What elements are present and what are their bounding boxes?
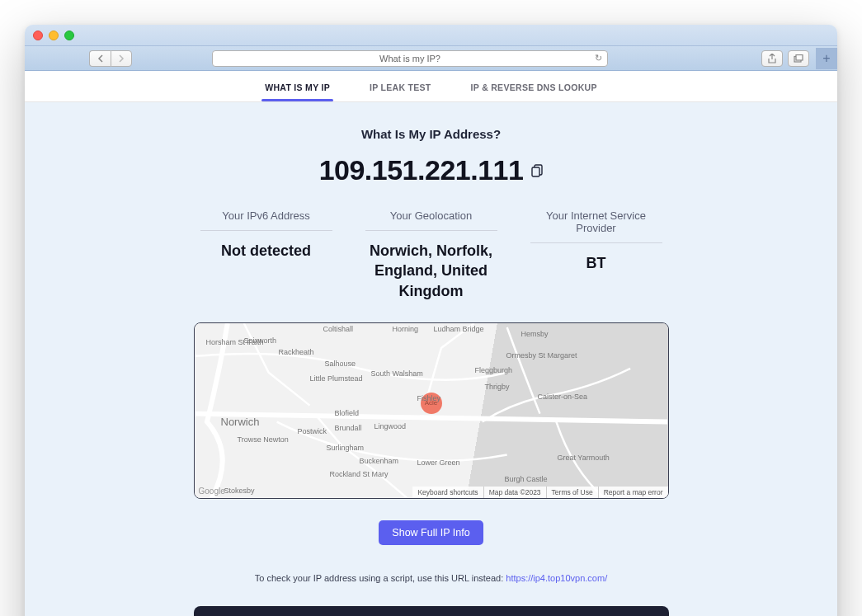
reload-icon[interactable]: ↻	[595, 53, 602, 63]
map-terms[interactable]: Terms of Use	[546, 487, 598, 498]
place-hemsby: Hemsby	[521, 330, 549, 338]
info-grid: Your IPv6 Address Not detected Your Geol…	[25, 209, 837, 301]
share-button[interactable]	[761, 50, 783, 67]
place-norwich: Norwich	[221, 416, 260, 428]
place-coltishall: Coltishall	[323, 325, 354, 333]
tabs-button[interactable]	[788, 50, 809, 67]
place-thrigby: Thrigby	[485, 383, 510, 391]
geo-value: Norwich, Norfolk, England, United Kingdo…	[365, 241, 497, 301]
map-keyboard[interactable]: Keyboard shortcuts	[412, 487, 483, 498]
place-ludham: Ludham Bridge	[434, 325, 484, 333]
google-logo: Google	[199, 487, 225, 496]
script-url-link[interactable]: https://ip4.top10vpn.com/	[506, 573, 607, 583]
script-note: To check your IP address using a script,…	[25, 573, 837, 583]
address-bar[interactable]: What is my IP? ↻	[212, 50, 608, 67]
place-salhouse: Salhouse	[325, 360, 356, 368]
browser-toolbar: What is my IP? ↻ +	[25, 46, 837, 71]
place-horning: Horning	[393, 325, 419, 333]
place-fleggburgh: Fleggburgh	[475, 366, 513, 374]
place-burgh: Burgh Castle	[505, 475, 548, 483]
toolbar-right: +	[761, 48, 831, 69]
place-rockland: Rockland St Mary	[330, 470, 389, 478]
tab-ip-leak-test[interactable]: IP LEAK TEST	[366, 73, 435, 101]
tab-dns-lookup[interactable]: IP & REVERSE DNS LOOKUP	[468, 73, 601, 101]
place-southwalsham: South Walsham	[371, 369, 423, 378]
page-tabs: WHAT IS MY IP IP LEAK TEST IP & REVERSE …	[25, 71, 837, 102]
browser-window: What is my IP? ↻ + WHAT IS MY IP IP LEAK…	[25, 25, 837, 616]
map-data: Map data ©2023	[483, 487, 546, 498]
back-button[interactable]	[89, 50, 111, 67]
svg-rect-1	[796, 54, 803, 60]
window-titlebar	[25, 25, 837, 46]
place-yarmouth: Great Yarmouth	[558, 454, 610, 462]
page-title: What Is My IP Address?	[25, 127, 837, 141]
isp-value: BT	[530, 253, 662, 273]
ip-row: 109.151.221.111	[319, 154, 544, 186]
place-postwick: Postwick	[298, 427, 327, 435]
map-report[interactable]: Report a map error	[598, 487, 668, 498]
place-spixworth: Spixworth	[244, 336, 277, 345]
page-body: What Is My IP Address? 109.151.221.111 Y…	[25, 102, 837, 616]
geo-label: Your Geolocation	[365, 209, 497, 231]
svg-rect-2	[532, 167, 539, 176]
place-stokesby: Stokesby	[224, 487, 255, 495]
show-full-ip-button[interactable]: Show Full IP Info	[379, 520, 483, 545]
place-blofield: Blofield	[335, 409, 360, 417]
place-rackheath: Rackheath	[279, 348, 314, 356]
place-surlingham: Surlingham	[327, 444, 365, 452]
ip-address: 109.151.221.111	[319, 154, 524, 186]
copy-icon[interactable]	[531, 164, 543, 177]
ipv6-col: Your IPv6 Address Not detected	[184, 209, 349, 301]
place-caister: Caister-on-Sea	[538, 393, 588, 401]
place-fishley: Fishley	[417, 394, 441, 402]
place-brundall: Brundall	[335, 424, 362, 432]
svg-line-3	[195, 414, 668, 422]
nav-buttons	[89, 50, 132, 67]
tab-what-is-my-ip[interactable]: WHAT IS MY IP	[261, 73, 333, 101]
geo-col: Your Geolocation Norwich, Norfolk, Engla…	[349, 209, 514, 301]
isp-label: Your Internet Service Provider	[530, 209, 662, 243]
forward-button[interactable]	[111, 50, 132, 67]
close-window-icon[interactable]	[33, 31, 43, 40]
hide-ip-banner: 10 Want to Hide Your IP Address? Try Nor…	[194, 606, 669, 616]
place-lingwood: Lingwood	[374, 422, 407, 430]
page-content: WHAT IS MY IP IP LEAK TEST IP & REVERSE …	[25, 71, 837, 616]
place-buckenham: Buckenham	[360, 457, 399, 465]
place-ormesby: Ormesby St Margaret	[506, 351, 577, 360]
isp-col: Your Internet Service Provider BT	[514, 209, 679, 301]
map[interactable]: Acle Norwich Horsham St Faith Spixworth …	[194, 322, 669, 499]
ipv6-label: Your IPv6 Address	[200, 209, 332, 231]
maximize-window-icon[interactable]	[64, 31, 74, 40]
minimize-window-icon[interactable]	[49, 31, 59, 40]
new-tab-button[interactable]: +	[816, 48, 837, 69]
address-text: What is my IP?	[379, 54, 440, 63]
place-lowergreen: Lower Green	[417, 458, 460, 467]
place-littleplumstead: Little Plumstead	[310, 374, 363, 383]
map-footer: Keyboard shortcuts Map data ©2023 Terms …	[412, 487, 667, 498]
ipv6-value: Not detected	[200, 241, 332, 261]
place-trowse: Trowse Newton	[238, 435, 289, 444]
